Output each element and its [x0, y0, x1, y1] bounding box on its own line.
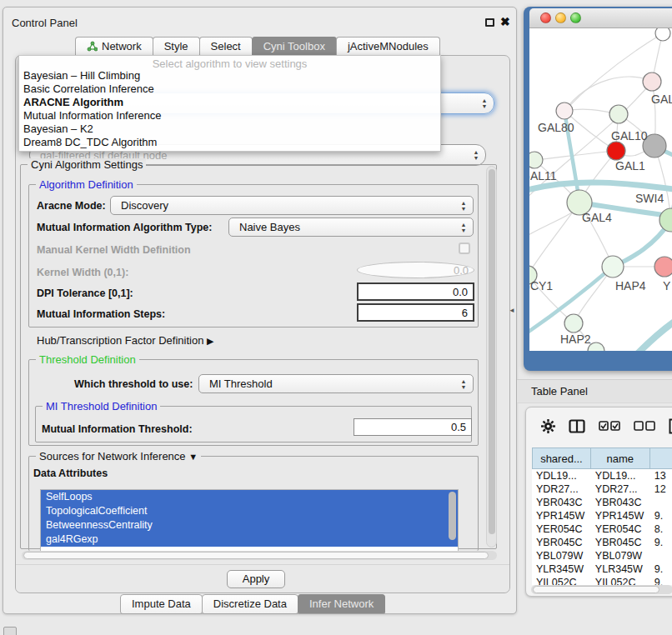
tab-network[interactable]: Network: [75, 37, 153, 56]
algorithm-option[interactable]: Bayesian – Hill Climbing: [19, 69, 440, 82]
table-row[interactable]: YPR145WYPR145W9.: [532, 509, 672, 522]
attributes-scrollbar[interactable]: [449, 492, 456, 550]
tab-label: Cyni Toolbox: [263, 40, 325, 52]
table-horizontal-scrollbar[interactable]: [531, 585, 672, 594]
tab-select[interactable]: Select: [199, 37, 253, 56]
table-cell: YBL079W: [532, 549, 591, 562]
column-header[interactable]: [650, 448, 672, 469]
algorithm-option[interactable]: Bayesian – K2: [19, 122, 440, 136]
network-node[interactable]: [654, 257, 672, 277]
mi-steps-label: Mutual Information Steps:: [37, 308, 165, 320]
algorithm-option[interactable]: Dream8 DC_TDC Algorithm: [19, 136, 440, 149]
table-cell: YPR145W: [591, 509, 650, 522]
attribute-list-item[interactable]: BetweennessCentrality: [41, 518, 458, 532]
close-traffic-light-icon[interactable]: [540, 12, 551, 23]
table-cell: 9.: [650, 536, 672, 549]
network-node[interactable]: [602, 256, 624, 278]
table-row[interactable]: YIL052CYIL052C9.: [532, 576, 672, 585]
table-cell: [650, 549, 672, 562]
tab-style[interactable]: Style: [153, 37, 200, 56]
attribute-list-item[interactable]: SelfLoops: [41, 490, 458, 504]
tab-label: Style: [164, 40, 188, 52]
column-header[interactable]: shared...: [532, 448, 591, 469]
tab-discretize-data[interactable]: Discretize Data: [202, 594, 298, 614]
hub-factor-expander[interactable]: Hub/Transcription Factor Definition ▶: [37, 334, 213, 347]
node-table[interactable]: shared...name YDL19...YDL19...13YDR27...…: [532, 448, 672, 469]
tab-cyni-toolbox[interactable]: Cyni Toolbox: [252, 37, 337, 56]
dpi-tolerance-input[interactable]: 0.0: [357, 282, 474, 301]
algorithm-option[interactable]: Basic Correlation Inference: [19, 82, 440, 96]
mi-threshold-legend: MI Threshold Definition: [43, 400, 160, 412]
tab-impute-data[interactable]: Impute Data: [120, 594, 203, 614]
network-node[interactable]: [659, 208, 672, 232]
table-cell: 12: [650, 482, 672, 496]
kernel-width-input[interactable]: 0.0: [357, 262, 474, 278]
table-cell: YBR045C: [532, 536, 591, 549]
column-header[interactable]: name: [591, 448, 650, 469]
table-row[interactable]: YBR043CYBR043C: [532, 496, 672, 509]
which-threshold-combo[interactable]: MI Threshold ▲▼: [198, 374, 474, 393]
mi-algorithm-type-combo[interactable]: Naive Bayes ▲▼: [228, 218, 474, 237]
network-canvas[interactable]: GALGAL80GAL10GAL1GAL11GAL4SWI4HAP4YGCY1H…: [529, 28, 672, 351]
tab-label: Impute Data: [132, 598, 191, 610]
table-cell: 9.: [650, 576, 672, 585]
sources-legend[interactable]: Sources for Network Inference ▼: [36, 450, 201, 462]
float-window-icon[interactable]: [485, 18, 494, 27]
combo-spinner-icon: ▲▼: [470, 149, 485, 161]
show-checked-columns-icon[interactable]: [599, 420, 620, 435]
hide-unchecked-columns-icon[interactable]: [634, 420, 655, 435]
table-row[interactable]: YBR045CYBR045C9.: [532, 536, 672, 549]
network-node[interactable]: [609, 105, 628, 123]
table-row[interactable]: YER054CYER054C8.: [532, 522, 672, 536]
control-panel-window: Control Panel ✖ NetworkStyleSelectCyni T…: [3, 7, 517, 614]
network-node[interactable]: [564, 314, 583, 332]
algorithm-option[interactable]: Mutual Information Inference: [19, 109, 440, 122]
network-node[interactable]: [529, 152, 543, 168]
manual-kernel-width-checkbox[interactable]: [459, 242, 470, 254]
close-icon[interactable]: ✖: [500, 15, 510, 28]
table-row[interactable]: YDR27...YDR27...12: [532, 482, 672, 496]
algorithm-dropdown-popup: Select algorithm to view settings Bayesi…: [18, 55, 441, 152]
table-row[interactable]: YLR345WYLR345W9.: [532, 562, 672, 576]
network-node[interactable]: [643, 72, 661, 91]
tab-label: Select: [211, 40, 241, 52]
algorithm-option[interactable]: ARACNE Algorithm: [19, 96, 440, 109]
network-node[interactable]: [655, 28, 670, 41]
table-toolbar: [526, 408, 672, 448]
node-label: GAL4: [582, 211, 612, 224]
table-row[interactable]: YDL19...YDL19...13: [532, 469, 672, 482]
table-cell: YBR043C: [591, 496, 650, 509]
table-panel-header: Table Panel: [517, 379, 672, 403]
data-attributes-list[interactable]: SelfLoopsTopologicalCoefficientBetweenne…: [40, 489, 459, 555]
panel-splitter-arrow[interactable]: ◄: [509, 307, 515, 314]
new-table-icon[interactable]: [669, 418, 672, 438]
zoom-traffic-light-icon[interactable]: [570, 12, 581, 23]
gear-icon[interactable]: [541, 419, 555, 437]
attribute-list-item[interactable]: gal4RGexp: [41, 532, 458, 547]
tab-jactivemnodules[interactable]: jActiveMNodules: [336, 37, 440, 56]
apply-button[interactable]: Apply: [227, 570, 285, 588]
tab-infer-network[interactable]: Infer Network: [298, 594, 385, 614]
dpi-tolerance-label: DPI Tolerance [0,1]:: [37, 288, 133, 299]
split-columns-icon[interactable]: [569, 419, 585, 437]
manual-kernel-width-label: Manual Kernel Width Definition: [37, 244, 191, 256]
network-node[interactable]: [607, 142, 625, 160]
table-cell: 8.: [650, 522, 672, 536]
node-label: GCY1: [529, 279, 553, 292]
network-node[interactable]: [556, 102, 573, 119]
minimize-traffic-light-icon[interactable]: [555, 12, 566, 23]
table-cell: YER054C: [591, 522, 650, 536]
network-window-titlebar[interactable]: [529, 8, 672, 28]
bottom-tab-bar: Impute DataDiscretize DataInfer Network: [120, 597, 384, 614]
settings-vertical-scrollbar[interactable]: [486, 166, 497, 548]
node-label: HAP4: [615, 279, 646, 292]
mi-threshold-input[interactable]: 0.5: [354, 418, 472, 436]
node-label: Y: [663, 279, 671, 292]
settings-horizontal-scrollbar[interactable]: [22, 551, 497, 560]
mi-steps-input[interactable]: 6: [357, 303, 474, 322]
node-label: GAL: [651, 92, 672, 106]
aracne-mode-combo[interactable]: Discovery ▲▼: [110, 196, 474, 215]
which-threshold-label: Which threshold to use:: [74, 378, 193, 390]
attribute-list-item[interactable]: TopologicalCoefficient: [41, 504, 458, 518]
table-row[interactable]: YBL079WYBL079W: [532, 549, 672, 562]
